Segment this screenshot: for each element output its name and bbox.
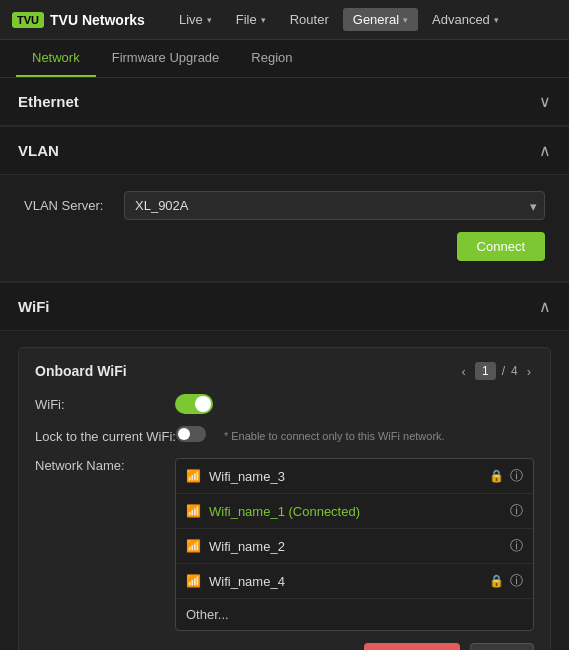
vlan-server-label: VLAN Server: [24,198,124,213]
nav-router-label: Router [290,12,329,27]
wifi-section-header[interactable]: WiFi ∧ [0,283,569,331]
lock-icon-1: 🔒 [489,469,504,483]
vlan-body: VLAN Server: XL_902A ▾ Connect [0,175,569,282]
network-name-4: Wifi_name_4 [209,574,489,589]
page-total: 4 [511,364,518,378]
network-name-3: Wifi_name_2 [209,539,510,554]
top-nav: TVU TVU Networks Live ▾ File ▾ Router Ge… [0,0,569,40]
subnav-region[interactable]: Region [235,40,308,77]
wifi-body: Onboard WiFi ‹ 1 / 4 › WiFi: [0,331,569,650]
network-other-item[interactable]: Other... [176,599,533,630]
wifi-card: Onboard WiFi ‹ 1 / 4 › WiFi: [18,347,551,650]
logo-area: TVU TVU Networks [12,12,145,28]
vlan-section-header[interactable]: VLAN ∧ [0,127,569,175]
network-name-row: Network Name: 📶 Wifi_name_3 🔒 ⓘ 📶 Wifi_n… [35,458,534,631]
nav-general-label: General [353,12,399,27]
vlan-btn-row: Connect [24,232,545,261]
wifi-toggle-row: WiFi: [35,394,534,414]
nav-item-router[interactable]: Router [280,8,339,31]
info-icon-3[interactable]: ⓘ [510,537,523,555]
sub-nav: Network Firmware Upgrade Region [0,40,569,78]
nav-file-label: File [236,12,257,27]
page-prev-button[interactable]: ‹ [459,364,469,379]
scan-row: Disconnect Scan [35,643,534,650]
wifi-signal-icon-3: 📶 [186,539,201,553]
lock-toggle-track[interactable] [176,426,206,442]
wifi-signal-icon-1: 📶 [186,469,201,483]
page-separator: / [502,364,505,378]
wifi-title: WiFi [18,298,50,315]
nav-general-chevron: ▾ [403,15,408,25]
wifi-signal-icon-4: 📶 [186,574,201,588]
main-content: Ethernet ∨ VLAN ∧ VLAN Server: XL_902A ▾… [0,78,569,650]
vlan-title: VLAN [18,142,59,159]
page-next-button[interactable]: › [524,364,534,379]
wifi-chevron-icon: ∧ [539,297,551,316]
vlan-select-wrapper: XL_902A ▾ [124,191,545,220]
network-name-label: Network Name: [35,458,175,473]
subnav-network[interactable]: Network [16,40,96,77]
ethernet-section-header[interactable]: Ethernet ∨ [0,78,569,126]
nav-item-live[interactable]: Live ▾ [169,8,222,31]
nav-item-file[interactable]: File ▾ [226,8,276,31]
nav-item-general[interactable]: General ▾ [343,8,418,31]
wifi-toggle-label: WiFi: [35,397,175,412]
nav-advanced-label: Advanced [432,12,490,27]
page-current: 1 [475,362,496,380]
logo-text: TVU Networks [50,12,145,28]
lock-toggle-label: Lock to the current WiFi: [35,429,176,444]
network-name-2: Wifi_name_1 (Connected) [209,504,510,519]
ethernet-chevron-icon: ∨ [539,92,551,111]
vlan-chevron-icon: ∧ [539,141,551,160]
info-icon-2[interactable]: ⓘ [510,502,523,520]
lock-hint: * Enable to connect only to this WiFi ne… [224,430,445,442]
nav-advanced-chevron: ▾ [494,15,499,25]
network-item-4[interactable]: 📶 Wifi_name_4 🔒 ⓘ [176,564,533,599]
nav-file-chevron: ▾ [261,15,266,25]
network-name-1: Wifi_name_3 [209,469,489,484]
nav-items: Live ▾ File ▾ Router General ▾ Advanced … [169,8,557,31]
scan-button[interactable]: Scan [470,643,534,650]
info-icon-4[interactable]: ⓘ [510,572,523,590]
nav-item-advanced[interactable]: Advanced ▾ [422,8,509,31]
network-item-2[interactable]: 📶 Wifi_name_1 (Connected) ⓘ [176,494,533,529]
subnav-firmware[interactable]: Firmware Upgrade [96,40,236,77]
wifi-card-title: Onboard WiFi [35,363,127,379]
vlan-server-select[interactable]: XL_902A [124,191,545,220]
wifi-toggle[interactable] [175,394,213,414]
disconnect-button[interactable]: Disconnect [364,643,460,650]
wifi-card-header: Onboard WiFi ‹ 1 / 4 › [35,362,534,380]
lock-toggle-row: Lock to the current WiFi: * Enable to co… [35,426,534,446]
info-icon-1[interactable]: ⓘ [510,467,523,485]
wifi-toggle-thumb [195,396,211,412]
wifi-signal-icon-2: 📶 [186,504,201,518]
ethernet-title: Ethernet [18,93,79,110]
lock-toggle-thumb [178,428,190,440]
vlan-connect-button[interactable]: Connect [457,232,545,261]
nav-live-label: Live [179,12,203,27]
wifi-toggle-track[interactable] [175,394,213,414]
vlan-server-row: VLAN Server: XL_902A ▾ [24,191,545,220]
pagination: ‹ 1 / 4 › [459,362,534,380]
network-item-1[interactable]: 📶 Wifi_name_3 🔒 ⓘ [176,459,533,494]
network-item-3[interactable]: 📶 Wifi_name_2 ⓘ [176,529,533,564]
lock-toggle[interactable] [176,426,214,446]
lock-icon-4: 🔒 [489,574,504,588]
logo-badge: TVU [12,12,44,28]
nav-live-chevron: ▾ [207,15,212,25]
network-list: 📶 Wifi_name_3 🔒 ⓘ 📶 Wifi_name_1 (Connect… [175,458,534,631]
